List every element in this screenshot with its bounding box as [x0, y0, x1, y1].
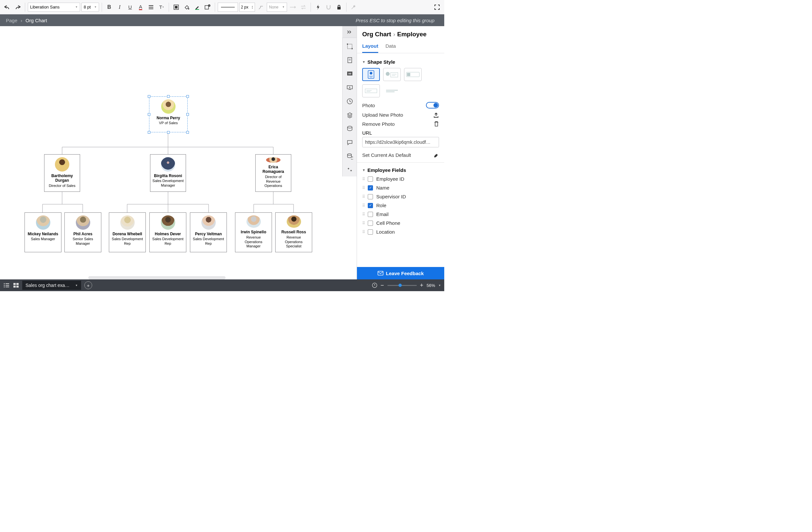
shape-style-pill[interactable]: [404, 68, 422, 81]
tab-layout[interactable]: Layout: [362, 41, 378, 53]
field-checkbox[interactable]: [368, 194, 373, 200]
dock-magic-icon[interactable]: [345, 163, 355, 176]
dock-transform-icon[interactable]: [345, 40, 355, 53]
dock-comment-icon[interactable]: 99: [345, 67, 355, 80]
tab-data[interactable]: Data: [386, 41, 396, 53]
org-node[interactable]: Russell RossRevenue Operations Specialis…: [275, 212, 312, 252]
trash-icon[interactable]: [434, 121, 439, 127]
zoom-reset-icon[interactable]: [372, 283, 377, 288]
list-view-icon[interactable]: [3, 283, 10, 288]
org-node[interactable]: Holmes DeverSales Development Rep: [149, 212, 186, 252]
drag-handle-icon[interactable]: ⠿: [362, 194, 364, 199]
field-checkbox[interactable]: [368, 212, 373, 217]
field-label: Role: [376, 203, 387, 208]
grid-view-icon[interactable]: [13, 283, 19, 288]
org-node[interactable]: Dorena WhebellSales Development Rep: [109, 212, 146, 252]
font-size-select[interactable]: 8 pt▼: [82, 3, 99, 12]
brush-icon[interactable]: [433, 152, 439, 158]
dock-page-icon[interactable]: [345, 54, 355, 66]
add-page-button[interactable]: +: [84, 281, 92, 289]
shape-style-box[interactable]: [362, 84, 380, 98]
lock-icon[interactable]: [334, 3, 344, 12]
magnet-icon[interactable]: [324, 3, 333, 12]
wrench-icon[interactable]: [349, 3, 358, 12]
svg-rect-8: [337, 7, 340, 10]
canvas[interactable]: Norma Perry VP of Sales Bartholemy Durga…: [0, 26, 342, 279]
document-tab[interactable]: Sales org chart exam…▼: [22, 281, 81, 290]
drag-handle-icon[interactable]: ⠿: [362, 230, 364, 234]
dock-chat-icon[interactable]: [345, 136, 355, 149]
drag-handle-icon[interactable]: ⠿: [362, 177, 364, 181]
dock-db-refresh-icon[interactable]: [345, 150, 355, 163]
underline-button[interactable]: U: [126, 3, 135, 12]
endpoint-start-select[interactable]: None▼: [267, 3, 287, 12]
line-width-select[interactable]: 2 px▲▼: [239, 3, 255, 12]
horizontal-scrollbar[interactable]: [88, 276, 226, 279]
align-button[interactable]: [146, 3, 156, 12]
fullscreen-icon[interactable]: [433, 3, 441, 12]
field-checkbox[interactable]: [368, 176, 373, 182]
org-node[interactable]: Erica Romaguera Director of Revenue Oper…: [255, 154, 291, 192]
upload-icon[interactable]: [433, 112, 439, 118]
shape-style-card-horizontal[interactable]: [383, 68, 401, 81]
line-shape-button[interactable]: [256, 3, 265, 12]
svg-rect-49: [13, 283, 16, 285]
bucket-icon[interactable]: [182, 3, 191, 12]
leave-feedback-button[interactable]: Leave Feedback: [357, 267, 444, 279]
set-default-label: Set Current As Default: [362, 152, 411, 158]
font-family-select[interactable]: Liberation Sans▼: [28, 3, 80, 12]
dock-history-icon[interactable]: [345, 95, 355, 108]
org-node[interactable]: Phil AcresSenior Sales Manager: [64, 212, 101, 252]
arrow-end-button[interactable]: [288, 3, 298, 12]
border-color-button[interactable]: [192, 3, 202, 12]
field-checkbox[interactable]: [368, 221, 373, 226]
org-node[interactable]: Birgitta Rosoni Sales Development Manage…: [150, 154, 186, 192]
undo-button[interactable]: [3, 3, 12, 12]
line-style-select[interactable]: [218, 3, 238, 12]
zoom-out-button[interactable]: −: [380, 282, 384, 289]
drag-handle-icon[interactable]: ⠿: [362, 203, 364, 208]
shape-style-card-vertical[interactable]: [362, 68, 380, 81]
panel-collapse-button[interactable]: [342, 26, 357, 38]
panel-crumb-2: Employee: [397, 31, 426, 38]
fill-button[interactable]: [172, 3, 181, 12]
org-node[interactable]: Irwin SpinelloRevenue Operations Manager: [235, 212, 272, 252]
photo-url-input[interactable]: [362, 137, 439, 147]
bolt-icon[interactable]: [314, 3, 323, 12]
bold-button[interactable]: B: [105, 3, 114, 12]
shape-options-button[interactable]: [203, 3, 212, 12]
text-options-button[interactable]: T▾: [157, 3, 166, 12]
dock-data-icon[interactable]: [345, 122, 355, 135]
employee-field-row: ⠿Cell Phone: [362, 220, 439, 226]
org-node[interactable]: Bartholemy Durgan Director of Sales: [44, 154, 80, 192]
org-node-selected[interactable]: Norma Perry VP of Sales: [149, 97, 188, 132]
redo-button[interactable]: [13, 3, 22, 12]
zoom-in-button[interactable]: +: [420, 282, 424, 289]
svg-rect-52: [16, 285, 19, 287]
drag-handle-icon[interactable]: ⠿: [362, 221, 364, 225]
org-node[interactable]: Mickey NeilandsSales Manager: [25, 212, 61, 252]
node-role: Director of Revenue Operations: [258, 175, 289, 188]
drag-handle-icon[interactable]: ⠿: [362, 212, 364, 217]
svg-point-25: [347, 126, 352, 128]
zoom-slider[interactable]: [387, 285, 417, 286]
section-shape-style[interactable]: ▼Shape Style: [362, 59, 439, 65]
breadcrumb-group[interactable]: Org Chart: [26, 18, 47, 23]
shape-style-lines[interactable]: [383, 84, 401, 98]
svg-point-17: [351, 48, 353, 49]
photo-toggle[interactable]: [426, 102, 439, 108]
drag-handle-icon[interactable]: ⠿: [362, 186, 364, 190]
line-width-value: 2 px: [241, 5, 248, 10]
text-color-button[interactable]: A: [136, 3, 145, 12]
dock-layers-icon[interactable]: [345, 108, 355, 121]
section-employee-fields[interactable]: ▼Employee Fields: [362, 167, 439, 173]
svg-point-28: [370, 72, 372, 74]
org-node[interactable]: Percy VeltmanSales Development Rep: [190, 212, 227, 252]
swap-ends-button[interactable]: [299, 3, 308, 12]
field-checkbox[interactable]: [368, 230, 373, 235]
italic-button[interactable]: I: [115, 3, 124, 12]
dock-present-icon[interactable]: [345, 81, 355, 94]
field-checkbox[interactable]: [368, 185, 373, 191]
breadcrumb-page[interactable]: Page: [6, 18, 17, 23]
field-checkbox[interactable]: [368, 203, 373, 208]
